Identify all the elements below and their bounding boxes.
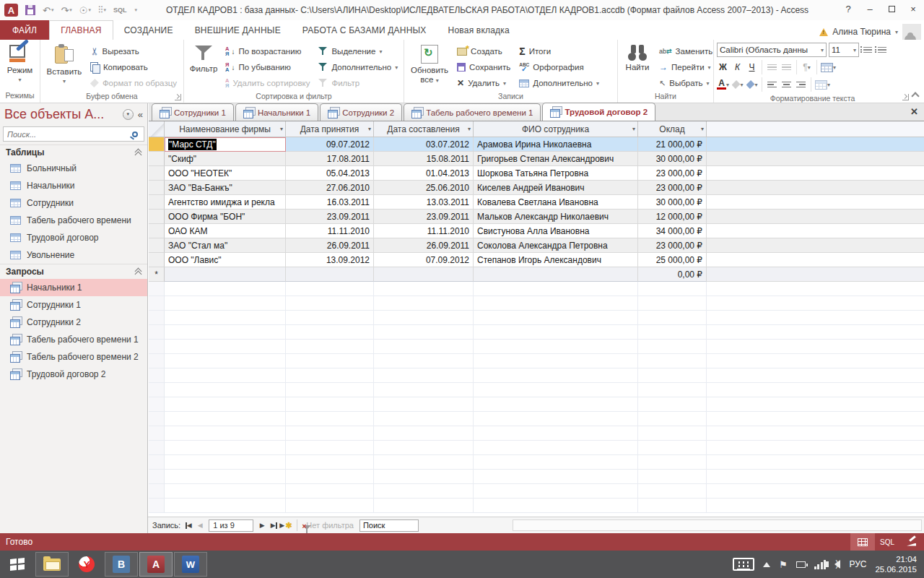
cell[interactable]: 09.07.2012 — [286, 137, 374, 152]
text-direction-button[interactable]: ¶▾ — [801, 61, 813, 74]
nav-item-query[interactable]: Табель рабочего времени 2 — [0, 348, 147, 366]
cell[interactable]: 21 000,00 ₽ — [638, 137, 707, 152]
italic-button[interactable]: К — [731, 61, 744, 74]
touch-mode-button[interactable]: ☉▾ — [79, 4, 91, 17]
table-row[interactable]: "Марс СТД" 09.07.2012 03.07.2012 Арамова… — [149, 137, 924, 152]
taskbar-access[interactable]: A — [139, 552, 173, 577]
decrease-indent-button[interactable] — [766, 61, 778, 74]
cell[interactable]: ООО Фирма "БОН" — [165, 210, 286, 224]
cell[interactable] — [374, 267, 474, 282]
nav-item-table[interactable]: Табель рабочего времени — [0, 212, 147, 229]
cell[interactable]: 16.03.2011 — [286, 195, 374, 210]
user-account-area[interactable]: Алина Тюрина ▾ — [819, 24, 924, 40]
clear-sort-button[interactable]: АЯУдалить сортировку — [222, 75, 313, 91]
bullets-button[interactable] — [861, 43, 873, 57]
toggle-filter-button[interactable]: Фильтр — [315, 75, 401, 91]
font-size-select[interactable]: 11▾ — [829, 43, 859, 57]
nav-section-tables[interactable]: Таблицы — [0, 144, 147, 160]
sql-view-button[interactable]: SQL — [875, 533, 899, 551]
cell[interactable]: 11.11.2010 — [374, 224, 474, 238]
nav-item-query-selected[interactable]: Начальники 1 — [0, 279, 147, 296]
copy-button[interactable]: Копировать — [87, 59, 180, 75]
record-search-input[interactable] — [359, 519, 419, 532]
column-dropdown-icon[interactable]: ▾ — [280, 126, 283, 132]
nav-search-input[interactable] — [4, 130, 132, 139]
column-dropdown-icon[interactable]: ▾ — [368, 126, 371, 132]
select-button[interactable]: ↖Выбрать▾ — [655, 75, 716, 91]
cell[interactable]: 05.04.2013 — [286, 166, 374, 181]
highlight-button[interactable]: ▾ — [731, 78, 744, 92]
cell[interactable]: 17.08.2011 — [286, 152, 374, 166]
cell[interactable]: 03.07.2012 — [374, 137, 474, 152]
cell[interactable]: 26.09.2011 — [374, 238, 474, 253]
current-cell[interactable]: "Марс СТД" — [165, 137, 286, 152]
cell[interactable]: 23.09.2011 — [286, 210, 374, 224]
new-record-button[interactable]: Создать — [453, 43, 514, 59]
cell[interactable]: Григорьев Степан Александрович — [474, 152, 638, 166]
cell[interactable]: 30 000,00 ₽ — [638, 195, 707, 210]
design-view-button[interactable] — [899, 533, 924, 551]
tab-database-tools[interactable]: РАБОТА С БАЗАМИ ДАННЫХ — [292, 20, 437, 40]
refresh-all-button[interactable]: Обновитьвсе ▾ — [407, 43, 452, 87]
first-record-button[interactable]: ◀ — [183, 519, 194, 531]
tab-new-tab[interactable]: Новая вкладка — [437, 20, 520, 40]
cell[interactable]: 13.09.2012 — [286, 253, 374, 267]
taskbar-vk[interactable]: B — [105, 552, 138, 577]
language-indicator[interactable]: РУС — [849, 559, 866, 569]
nav-item-table[interactable]: Больничный — [0, 160, 147, 177]
row-selector-current[interactable] — [149, 137, 165, 152]
numbering-button[interactable] — [876, 43, 888, 57]
cell[interactable]: 23 000,00 ₽ — [638, 166, 707, 181]
advanced-filter-button[interactable]: Дополнительно▾ — [315, 59, 401, 75]
cell[interactable]: 15.08.2011 — [374, 152, 474, 166]
sort-ascending-button[interactable]: АЯ↓По возрастанию — [222, 43, 313, 59]
filter-button[interactable]: Фильтр — [187, 43, 220, 76]
doc-tab[interactable]: Сотрудники 2 — [320, 103, 402, 121]
volume-icon[interactable] — [834, 560, 840, 569]
nav-collapse-icon[interactable]: « — [138, 109, 143, 120]
new-record-row[interactable]: * 0,00 ₽ — [149, 267, 924, 282]
cell[interactable]: 30 000,00 ₽ — [638, 152, 707, 166]
doc-tab[interactable]: Табель рабочего времени 1 — [404, 103, 541, 121]
column-dropdown-icon[interactable]: ▾ — [701, 126, 704, 132]
selection-button[interactable]: Выделение▾ — [315, 43, 401, 59]
cell[interactable] — [286, 267, 374, 282]
cell[interactable]: Шоркова Татьяна Петровна — [474, 166, 638, 181]
cell[interactable]: 23.09.2011 — [374, 210, 474, 224]
column-dropdown-icon[interactable]: ▾ — [632, 126, 635, 132]
table-row[interactable]: "Скиф" 17.08.2011 15.08.2011 Григорьев С… — [149, 152, 924, 166]
row-selector[interactable] — [149, 238, 165, 253]
last-record-button[interactable]: ▶ — [268, 519, 279, 531]
undo-button[interactable]: ↶▾ — [43, 4, 53, 17]
record-position-box[interactable]: 1 из 9 — [209, 519, 253, 532]
column-header[interactable]: ФИО сотрудника▾ — [474, 121, 638, 137]
tab-create[interactable]: СОЗДАНИЕ — [113, 20, 184, 40]
table-row[interactable]: Агентство имиджа и рекла 16.03.2011 13.0… — [149, 195, 924, 210]
cell[interactable]: ЗАО "Стал ма" — [165, 238, 286, 253]
cell[interactable]: Ковалева Светлана Ивановна — [474, 195, 638, 210]
close-tab-icon[interactable]: ✕ — [910, 106, 918, 117]
column-header[interactable]: Оклад▾ — [638, 121, 707, 137]
cell[interactable]: 25 000,00 ₽ — [638, 253, 707, 267]
cell[interactable]: 11.11.2010 — [286, 224, 374, 238]
nav-menu-dropdown-icon[interactable]: ▾ — [123, 109, 134, 120]
network-icon[interactable] — [814, 560, 827, 569]
cell[interactable]: 27.06.2010 — [286, 181, 374, 195]
tab-file[interactable]: ФАЙЛ — [0, 20, 49, 40]
avatar[interactable] — [902, 24, 921, 40]
datasheet-view-button[interactable] — [850, 533, 875, 551]
cell[interactable]: 23 000,00 ₽ — [638, 181, 707, 195]
touch-keyboard-icon[interactable] — [733, 558, 754, 571]
no-filter-indicator[interactable]: Нет фильтра — [302, 521, 354, 530]
nav-item-table[interactable]: Увольнение — [0, 246, 147, 264]
tab-home[interactable]: ГЛАВНАЯ — [49, 20, 113, 40]
cell[interactable]: Свистунова Алла Ивановна — [474, 224, 638, 238]
taskbar-yandex-browser[interactable]: Y — [70, 552, 103, 577]
cell[interactable]: 01.04.2013 — [374, 166, 474, 181]
table-row[interactable]: ОАО КАМ 11.11.2010 11.11.2010 Свистунова… — [149, 224, 924, 238]
row-selector[interactable] — [149, 210, 165, 224]
text-format-dialog-launcher[interactable] — [902, 94, 909, 100]
save-button[interactable] — [25, 4, 35, 17]
nav-item-query[interactable]: Трудовой договор 2 — [0, 366, 147, 383]
cell[interactable]: 13.03.2011 — [374, 195, 474, 210]
